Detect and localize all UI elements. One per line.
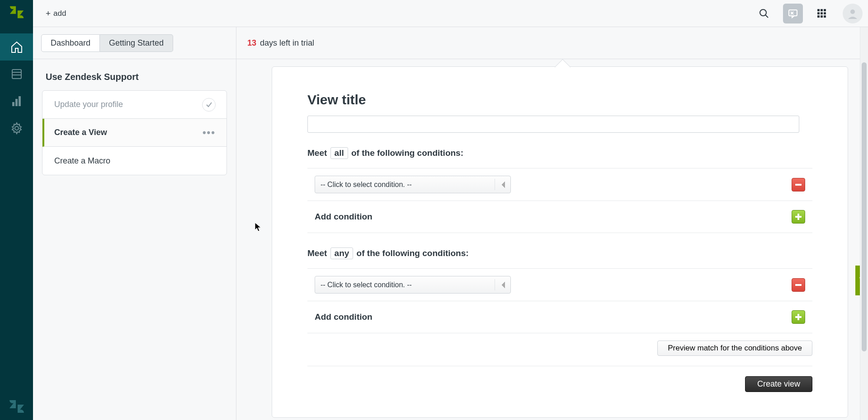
- svg-rect-15: [817, 12, 820, 14]
- task-create-view[interactable]: Create a View •••: [42, 119, 226, 147]
- svg-line-8: [765, 15, 768, 18]
- nav-admin[interactable]: [0, 115, 33, 142]
- meet-prefix: Meet: [307, 248, 327, 258]
- add-button-label: add: [53, 9, 66, 18]
- svg-rect-14: [824, 9, 826, 11]
- svg-rect-12: [817, 9, 820, 11]
- create-button-label: Create view: [757, 379, 800, 388]
- apps-icon: [817, 9, 827, 19]
- ellipsis-icon: •••: [203, 127, 216, 139]
- plus-icon: +: [46, 9, 51, 19]
- create-row: Create view: [307, 366, 812, 392]
- any-pill: any: [330, 247, 354, 259]
- nav-reporting[interactable]: [0, 88, 33, 115]
- chat-icon: [788, 8, 798, 19]
- remove-condition-button[interactable]: [792, 178, 805, 191]
- task-create-macro[interactable]: Create a Macro: [42, 147, 226, 175]
- select-placeholder: -- Click to select condition. --: [321, 181, 412, 189]
- trial-text: days left in trial: [260, 38, 314, 48]
- create-view-card: View title Meet all of the following con…: [272, 66, 848, 418]
- task-update-profile[interactable]: Update your profile: [42, 91, 226, 119]
- chat-button[interactable]: [783, 4, 803, 23]
- tabs-row: Dashboard Getting Started: [33, 27, 236, 59]
- svg-rect-3: [12, 102, 14, 106]
- svg-rect-20: [824, 15, 826, 18]
- svg-point-21: [850, 9, 855, 14]
- all-condition-row: -- Click to select condition. --: [307, 168, 812, 201]
- any-conditions-header: Meet any of the following conditions:: [307, 247, 812, 259]
- search-button[interactable]: [754, 4, 774, 23]
- task-label: Create a View: [54, 128, 203, 137]
- plus-icon: [797, 214, 799, 220]
- remove-condition-button[interactable]: [792, 278, 805, 292]
- trial-banner: 13 days left in trial: [236, 27, 868, 59]
- preview-button-label: Preview match for the conditions above: [668, 344, 802, 352]
- nav-home[interactable]: [0, 33, 33, 61]
- left-panel: Dashboard Getting Started Use Zendesk Su…: [33, 27, 236, 420]
- avatar-icon: [846, 7, 859, 20]
- user-avatar[interactable]: [843, 4, 863, 23]
- svg-rect-19: [821, 15, 823, 18]
- add-all-condition-row: Add condition: [307, 201, 812, 233]
- condition-select[interactable]: -- Click to select condition. --: [315, 276, 511, 294]
- select-placeholder: -- Click to select condition. --: [321, 281, 412, 289]
- check-icon: [202, 98, 216, 112]
- svg-rect-17: [824, 12, 826, 14]
- any-condition-row: -- Click to select condition. --: [307, 268, 812, 301]
- nav-rail: [0, 0, 33, 420]
- add-condition-button[interactable]: [792, 310, 805, 324]
- zendesk-logo-icon: [8, 4, 25, 21]
- add-condition-label: Add condition: [315, 212, 373, 222]
- tab-label: Getting Started: [109, 38, 164, 48]
- condition-select[interactable]: -- Click to select condition. --: [315, 176, 511, 193]
- add-button[interactable]: + add: [41, 6, 71, 21]
- minus-icon: [795, 184, 802, 186]
- svg-rect-5: [19, 96, 21, 106]
- trial-days: 13: [247, 38, 256, 48]
- plus-icon: [797, 314, 799, 320]
- main-area: 13 days left in trial View title Meet al…: [236, 27, 868, 420]
- create-view-button[interactable]: Create view: [745, 376, 812, 392]
- section-title: Use Zendesk Support: [33, 59, 236, 90]
- task-list: Update your profile Create a View ••• Cr…: [42, 90, 227, 175]
- minus-icon: [795, 284, 802, 286]
- vertical-scrollbar[interactable]: [860, 27, 868, 420]
- tab-getting-started[interactable]: Getting Started: [100, 34, 173, 52]
- meet-suffix: of the following conditions:: [351, 148, 463, 158]
- search-icon: [759, 8, 769, 19]
- add-condition-button[interactable]: [792, 210, 805, 224]
- view-title-input[interactable]: [307, 116, 799, 133]
- all-pill: all: [330, 147, 348, 159]
- preview-row: Preview match for the conditions above: [307, 341, 812, 356]
- svg-rect-13: [821, 9, 823, 11]
- all-conditions-header: Meet all of the following conditions:: [307, 147, 812, 159]
- zendesk-mark-icon: [8, 397, 26, 415]
- apps-button[interactable]: [812, 4, 832, 23]
- svg-point-7: [760, 9, 766, 16]
- svg-rect-9: [789, 10, 797, 16]
- topbar: + add: [33, 0, 868, 27]
- preview-button[interactable]: Preview match for the conditions above: [657, 341, 812, 356]
- svg-point-6: [15, 126, 19, 130]
- scrollbar-thumb[interactable]: [862, 62, 867, 351]
- tab-dashboard[interactable]: Dashboard: [41, 34, 100, 52]
- nav-views[interactable]: [0, 61, 33, 88]
- add-any-condition-row: Add condition: [307, 301, 812, 333]
- svg-rect-16: [821, 12, 823, 14]
- meet-prefix: Meet: [307, 148, 327, 158]
- svg-rect-18: [817, 15, 820, 18]
- task-label: Update your profile: [54, 100, 202, 109]
- add-condition-label: Add condition: [315, 312, 373, 322]
- svg-rect-4: [15, 99, 18, 106]
- task-label: Create a Macro: [54, 156, 216, 166]
- tab-label: Dashboard: [51, 38, 90, 48]
- meet-suffix: of the following conditions:: [357, 248, 469, 258]
- svg-rect-0: [12, 70, 21, 79]
- card-heading: View title: [307, 92, 812, 107]
